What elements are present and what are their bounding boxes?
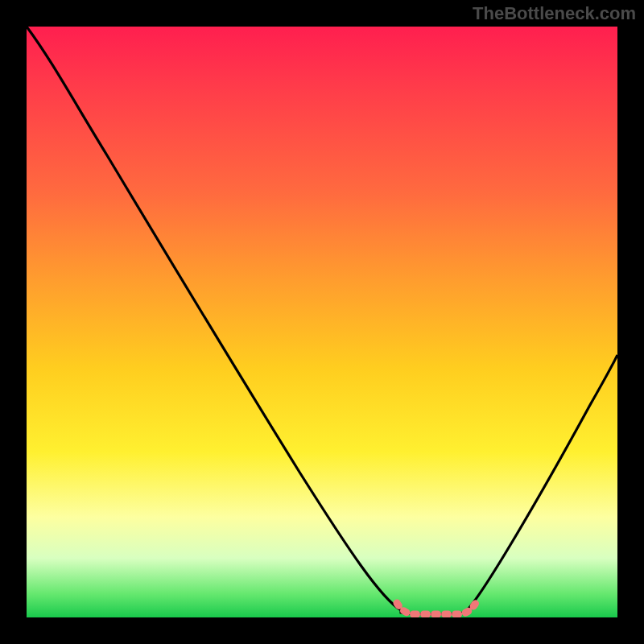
chart-svg [27,27,617,617]
plot-area [27,27,617,617]
bottleneck-curve [27,27,617,614]
chart-container: TheBottleneck.com [0,0,644,644]
watermark-text: TheBottleneck.com [473,3,636,24]
optimal-zone-marker [397,603,476,614]
